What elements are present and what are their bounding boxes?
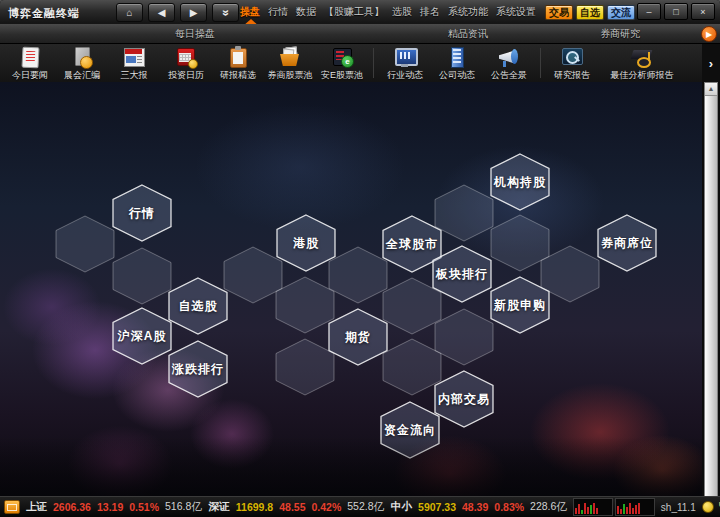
section-bar: 每日操盘 精品资讯 券商研究 ▶ [0, 24, 720, 44]
index-value: 5907.33 [418, 501, 456, 513]
toolbar-item-label: 最佳分析师报告 [611, 69, 674, 82]
vertical-scrollbar[interactable]: ▲ [704, 82, 718, 497]
hex-tile-label: 券商席位 [596, 214, 658, 272]
watchlist-button[interactable]: 自选 [576, 5, 604, 20]
toolbar-item-5[interactable]: 券商股票池 [264, 44, 316, 82]
hex-ghost-1 [111, 247, 173, 305]
toolbar-item-label: 今日要闻 [12, 69, 48, 82]
menu-item-6[interactable]: 系统功能 [448, 5, 488, 19]
toolbar-item-1[interactable]: 晨会汇编 [56, 44, 108, 82]
toolbar-item-7[interactable]: 行业动态 [379, 44, 431, 82]
hex-tile-0[interactable]: 行情 [111, 184, 173, 242]
hex-tile-4[interactable]: 港股 [275, 214, 337, 272]
calendar-icon [174, 46, 198, 68]
scroll-up-icon[interactable]: ▲ [705, 83, 717, 96]
toolbar-item-9[interactable]: 公告全景 [483, 44, 535, 82]
index-quote-1: 深证11699.848.550.42%552.8亿 [209, 500, 384, 514]
index-amount: 516.8亿 [165, 500, 202, 514]
hex-tile-3[interactable]: 涨跌排行 [167, 340, 229, 398]
toolbar-item-0[interactable]: 今日要闻 [4, 44, 56, 82]
hex-tile-7[interactable]: 板块排行 [431, 245, 493, 303]
collapse-icon[interactable]: « [212, 3, 239, 22]
hex-ghost-0 [54, 215, 116, 273]
toolbar-item-label: 公告全景 [491, 69, 527, 82]
menu-item-5[interactable]: 排名 [420, 5, 440, 19]
toolbar-expand-icon[interactable]: › [702, 44, 720, 82]
menu-item-7[interactable]: 系统设置 [496, 5, 536, 19]
mini-chart-0 [573, 498, 613, 516]
index-name: 上证 [26, 500, 47, 514]
index-change: 13.19 [97, 501, 123, 513]
hex-tile-label: 内部交易 [433, 370, 495, 428]
trade-button[interactable]: 交易 [545, 5, 573, 20]
menu-item-1[interactable]: 行情 [268, 5, 288, 19]
quick-buttons: 交易 自选 交流 [545, 5, 635, 20]
hex-tile-1[interactable]: 自选股 [167, 277, 229, 335]
toolbar-item-label: 研报精选 [220, 69, 256, 82]
close-button[interactable]: × [691, 3, 715, 20]
forward-icon[interactable]: ▶ [180, 3, 207, 22]
toolbar-item-6[interactable]: e安E股票池 [316, 44, 368, 82]
hex-tile-11[interactable]: 内部交易 [433, 370, 495, 428]
toolbar-item-label: 公司动态 [439, 69, 475, 82]
hex-tile-10[interactable]: 券商席位 [596, 214, 658, 272]
maximize-button[interactable]: □ [664, 3, 688, 20]
monitor-icon [393, 46, 417, 68]
hex-launcher-grid: 行情自选股沪深A股涨跌排行港股期货全球股市板块排行机构持股新股申购券商席位内部交… [0, 82, 720, 497]
hex-tile-5[interactable]: 期货 [327, 308, 389, 366]
news-doc-icon [18, 46, 42, 68]
section-next-arrow-icon[interactable]: ▶ [701, 26, 717, 42]
hex-tile-label: 涨跌排行 [167, 340, 229, 398]
window-controls: – □ × [637, 3, 715, 20]
megaphone-icon [497, 46, 521, 68]
toolbar-item-3[interactable]: 投资日历 [160, 44, 212, 82]
cap-icon [630, 46, 654, 68]
toolbar-item-label: 三大报 [121, 69, 148, 82]
hex-tile-label: 资金流向 [379, 401, 441, 459]
right-strip: ▲ [702, 82, 720, 497]
toolbar-item-11[interactable]: 最佳分析师报告 [598, 44, 686, 82]
notification-dot-icon[interactable] [702, 501, 714, 513]
menu-item-4[interactable]: 选股 [392, 5, 412, 19]
toolbar-separator [540, 48, 541, 78]
hex-ghost-9 [433, 308, 495, 366]
index-name: 深证 [209, 500, 230, 514]
hex-tile-9[interactable]: 新股申购 [489, 276, 551, 334]
toolbar-item-10[interactable]: 研究报告 [546, 44, 598, 82]
index-quotes: 上证2606.3613.190.51%516.8亿深证11699.848.550… [26, 500, 567, 514]
menu-item-3[interactable]: 【股赚工具】 [324, 5, 384, 19]
index-pct: 0.51% [129, 501, 159, 513]
section-broker-research: 券商研究 [575, 27, 665, 41]
toolbar-item-label: 行业动态 [387, 69, 423, 82]
toolbar-separator [373, 48, 374, 78]
hex-tile-2[interactable]: 沪深A股 [111, 307, 173, 365]
back-icon[interactable]: ◀ [148, 3, 175, 22]
menu-item-0[interactable]: 操盘 [240, 5, 260, 19]
status-right-icons: Ψ ! [702, 501, 720, 513]
menu-item-2[interactable]: 数据 [296, 5, 316, 19]
building-icon [445, 46, 469, 68]
index-amount: 552.8亿 [347, 500, 384, 514]
hex-tile-8[interactable]: 机构持股 [489, 153, 551, 211]
message-icon[interactable] [4, 500, 20, 514]
toolbar-item-label: 安E股票池 [321, 69, 363, 82]
mini-chart-1 [615, 498, 655, 516]
hex-tile-label: 沪深A股 [111, 307, 173, 365]
hex-tile-label: 自选股 [167, 277, 229, 335]
index-change: 48.55 [279, 501, 305, 513]
app-title: 博弈金融终端 [8, 6, 80, 21]
morning-icon [70, 46, 94, 68]
minimize-button[interactable]: – [637, 3, 661, 20]
toolbar-item-8[interactable]: 公司动态 [431, 44, 483, 82]
index-pct: 0.83% [494, 501, 524, 513]
toolbar-item-2[interactable]: 三大报 [108, 44, 160, 82]
chat-button[interactable]: 交流 [607, 5, 635, 20]
clipboard-icon [226, 46, 250, 68]
toolbar-item-4[interactable]: 研报精选 [212, 44, 264, 82]
index-pct: 0.42% [311, 501, 341, 513]
section-premium-news: 精品资讯 [423, 27, 513, 41]
anepool-icon: e [330, 46, 354, 68]
hex-tile-label: 港股 [275, 214, 337, 272]
hex-tile-12[interactable]: 资金流向 [379, 401, 441, 459]
home-icon[interactable]: ⌂ [116, 3, 143, 22]
